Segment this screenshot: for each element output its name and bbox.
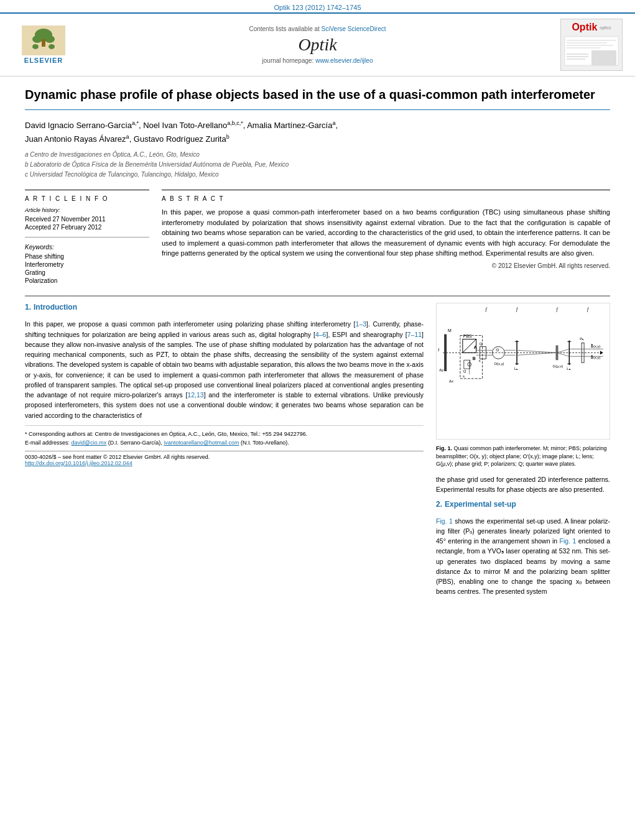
section1-heading-row: 1. Introduction — [25, 303, 424, 315]
svg-point-5 — [32, 44, 39, 49]
beams-text: beams — [527, 558, 547, 565]
fig-caption-text: Quasi common path interferometer. M; mir… — [436, 445, 607, 467]
intro-paragraph-1: In this paper, we propose a quasi common… — [25, 319, 424, 420]
section1-title: Introduction — [34, 303, 77, 312]
history-label: Article history: — [25, 207, 149, 213]
email-note: E-mail addresses: david@cio.mx (D.I. Ser… — [25, 440, 424, 446]
fig1-ref2[interactable]: Fig. 1 — [560, 537, 577, 545]
svg-rect-17 — [437, 303, 609, 439]
svg-rect-16 — [591, 50, 616, 65]
affil-c: c Universidad Tecnológica de Tulancingo,… — [25, 170, 610, 180]
section2-heading-row: 2. Experimental set-up — [436, 500, 610, 512]
elsevier-tree-icon — [22, 25, 65, 55]
svg-text:A: A — [474, 346, 477, 350]
sciverse-line: Contents lists available at SciVerse Sci… — [75, 25, 560, 32]
right-col-intro-cont: the phase grid used for generated 2D int… — [436, 474, 610, 495]
elsevier-text-label: ELSEVIER — [24, 57, 63, 64]
abstract-col: A B S T R A C T In this paper, we propos… — [162, 190, 610, 285]
svg-text:M: M — [448, 328, 452, 333]
svg-text:Q: Q — [463, 369, 466, 373]
affil-a: a Centro de Investigaciones en Óptica, A… — [25, 150, 610, 160]
svg-text:Δy: Δy — [439, 368, 443, 372]
keyword-1: Phase shifting — [25, 253, 149, 260]
accepted-date: Accepted 27 February 2012 — [25, 224, 149, 231]
svg-text:B: B — [473, 356, 476, 361]
received-date: Received 27 November 2011 — [25, 216, 149, 223]
body-right-col: f f f f M PBS A — [436, 303, 610, 601]
ref-7-11[interactable]: 7–11 — [407, 331, 422, 338]
section2-mini-divider — [25, 425, 424, 426]
optik-logo-title: Optik — [572, 22, 597, 33]
author-2: Noel Ivan Toto-Arellano — [143, 121, 227, 130]
optik-journal-thumbnail — [563, 35, 619, 67]
article-info-col: A R T I C L E I N F O Article history: R… — [25, 190, 149, 285]
svg-point-6 — [49, 44, 55, 49]
svg-text:⊙: ⊙ — [496, 348, 499, 353]
ref-1-3[interactable]: 1–3 — [356, 320, 367, 328]
section2-number: 2. — [436, 500, 442, 512]
fig1-ref[interactable]: Fig. 1 — [436, 517, 453, 525]
ref-4-6[interactable]: 4–6 — [315, 331, 327, 338]
journal-citation: Optik 123 (2012) 1742–1745 — [274, 4, 361, 11]
svg-text:s: s — [479, 359, 481, 362]
article-info-label: A R T I C L E I N F O — [25, 195, 149, 202]
optik-logo-box: Optik optics — [560, 19, 623, 71]
affil-b: b Laboratorio de Óptica Física de la Ben… — [25, 160, 610, 170]
abstract-label: A B S T R A C T — [162, 195, 610, 202]
svg-text:G(μ,ν): G(μ,ν) — [553, 364, 563, 368]
svg-text:δ̃(x,y): δ̃(x,y) — [591, 344, 601, 349]
svg-text:δ̃(x,y): δ̃(x,y) — [591, 355, 601, 359]
author-5: Gustavo Rodríguez Zurita — [134, 134, 226, 144]
footnote-star-note: * Corresponding authors at: Centro de In… — [25, 431, 424, 437]
star-note: * Corresponding authors at: Centro de In… — [25, 431, 307, 437]
svg-text:O(x,y): O(x,y) — [494, 362, 504, 366]
email-2-link[interactable]: ivantotoarellano@hotmail.com — [164, 440, 239, 446]
copyright: © 2012 Elsevier GmbH. All rights reserve… — [162, 262, 610, 269]
section2-text: Fig. 1 shows the experimental set-up use… — [436, 516, 610, 597]
keyword-3: Grating — [25, 269, 149, 276]
sciverse-link[interactable]: SciVerse ScienceDirect — [322, 25, 386, 32]
doi-text: 0030-4026/$ – see front matter © 2012 El… — [25, 454, 424, 460]
abstract-text: In this paper, we propose a quasi common… — [162, 207, 610, 259]
authors-line: David Ignacio Serrano-Garcíaa,*, Noel Iv… — [25, 119, 610, 146]
svg-text:Q: Q — [480, 343, 483, 346]
keyword-2: Interferometry — [25, 261, 149, 268]
svg-text:P₁: P₁ — [580, 338, 584, 341]
svg-text:s: s — [463, 374, 465, 378]
journal-homepage: journal homepage: www.elsevier.de/ijleo — [75, 57, 560, 64]
svg-rect-4 — [42, 39, 45, 47]
homepage-url[interactable]: www.elsevier.de/ijleo — [315, 57, 373, 64]
section2-title: Experimental set-up — [445, 500, 516, 509]
journal-header: ELSEVIER Contents lists available at Sci… — [0, 14, 635, 76]
svg-text:Δx: Δx — [449, 379, 453, 383]
author-1: David Ignacio Serrano-García — [25, 121, 132, 130]
keywords-divider — [25, 237, 149, 238]
body-divider — [25, 295, 610, 297]
svg-point-3 — [45, 35, 55, 43]
elsevier-logo: ELSEVIER — [12, 25, 75, 64]
info-abstract-section: A R T I C L E I N F O Article history: R… — [25, 190, 610, 285]
doi-note-block: 0030-4026/$ – see front matter © 2012 El… — [25, 451, 424, 466]
section1-number: 1. — [25, 303, 31, 315]
journal-center: Contents lists available at SciVerse Sci… — [75, 25, 560, 64]
article-title: Dynamic phase profile of phase objects b… — [25, 86, 610, 110]
figure-1-box: f f f f M PBS A — [436, 303, 610, 468]
affiliations: a Centro de Investigaciones en Óptica, A… — [25, 150, 610, 180]
body-left-col: 1. Introduction In this paper, we propos… — [25, 303, 424, 601]
body-section: 1. Introduction In this paper, we propos… — [25, 303, 610, 601]
top-banner: Optik 123 (2012) 1742–1745 — [0, 0, 635, 14]
author-4: Juan Antonio Rayas Álvarez — [25, 134, 126, 144]
journal-name: Optik — [75, 35, 560, 55]
keyword-4: Polarization — [25, 277, 149, 284]
email-1-link[interactable]: david@cio.mx — [72, 440, 107, 446]
doi-link[interactable]: http://dx.doi.org/10.1016/j.ijleo.2012.0… — [25, 460, 132, 466]
svg-rect-23 — [444, 335, 447, 371]
fig-label: Fig. 1. — [436, 445, 452, 451]
svg-text:PBS: PBS — [463, 335, 472, 339]
author-3: Amalia Martínez-García — [247, 121, 332, 130]
ref-12-13[interactable]: 12,13 — [187, 391, 203, 399]
figure-1-svg: f f f f M PBS A — [436, 303, 610, 440]
svg-point-2 — [32, 35, 42, 43]
main-content: Dynamic phase profile of phase objects b… — [0, 76, 635, 614]
figure-1-caption: Fig. 1. Quasi common path interferometer… — [436, 445, 610, 468]
